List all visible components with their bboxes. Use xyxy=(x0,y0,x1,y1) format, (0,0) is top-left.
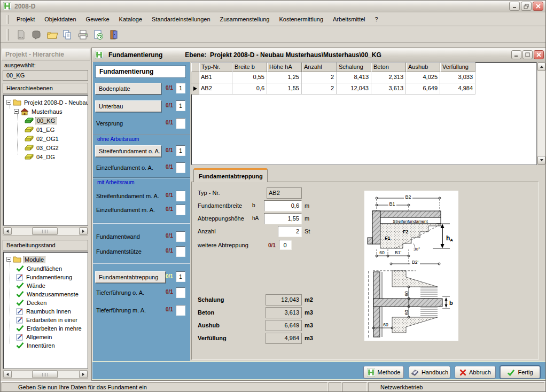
cell-typ-nr[interactable]: AB1 xyxy=(199,72,232,83)
module-item[interactable]: Innentüren xyxy=(16,341,56,350)
tree-item-level-00kg[interactable]: 00_KG xyxy=(25,116,57,125)
module-item[interactable]: Erdarbeiten in einer xyxy=(16,315,79,324)
column-header[interactable]: Breite b xyxy=(232,62,267,72)
tree-item-level-04dg[interactable]: 04_DG xyxy=(25,152,56,161)
restore-button[interactable] xyxy=(521,2,532,11)
cell-beton[interactable]: 2,313 xyxy=(371,72,406,83)
tree-item-building[interactable]: Musterhaus xyxy=(14,107,63,116)
cell-schalung[interactable]: 8,413 xyxy=(337,72,371,83)
sidebar-item-tieferfuehrung-oa[interactable]: Tieferführung o. A. xyxy=(96,287,144,298)
scrollbar-thumb[interactable] xyxy=(32,371,58,378)
hierarchy-horizontal-scrollbar[interactable] xyxy=(3,227,88,236)
tree-item-level-03og2[interactable]: 03_OG2 xyxy=(25,143,60,152)
sidebar-item-versprung[interactable]: Versprung xyxy=(96,118,123,129)
sidebar-item-einzelfundament-ma[interactable]: Einzelfundament m. A. xyxy=(96,205,155,215)
table-vertical-scrollbar[interactable] xyxy=(537,62,546,165)
column-header[interactable]: Aushub xyxy=(406,62,440,72)
anzahl-input[interactable]: 2 xyxy=(278,226,302,237)
progress-horizontal-scrollbar[interactable] xyxy=(3,370,88,379)
handbuch-button[interactable]: Handbuch xyxy=(409,366,450,379)
scroll-right-button[interactable] xyxy=(79,371,88,378)
module-item[interactable]: Grundflächen xyxy=(16,264,63,273)
cell-breite[interactable]: 0,6 xyxy=(232,83,267,95)
table-row[interactable]: AB1 0,55 1,25 2 8,413 2,313 4,025 3,033 xyxy=(191,72,536,83)
collapse-icon[interactable] xyxy=(14,109,19,114)
menu-zusammenstellung[interactable]: Zusammenstellung xyxy=(215,14,275,25)
module-item[interactable]: Erdarbeiten in mehre xyxy=(16,324,83,333)
cell-beton[interactable]: 3,613 xyxy=(371,83,406,95)
cell-anzahl[interactable]: 2 xyxy=(302,83,337,95)
menu-standardeinstellungen[interactable]: Standardeinstellungen xyxy=(147,14,215,25)
sidebar-item-fundamentstuetze[interactable]: Fundamentstütze xyxy=(96,246,142,257)
export-refresh-icon[interactable] xyxy=(92,28,105,41)
sidebar-button-fundamentabtreppung[interactable]: Fundamentabtreppung xyxy=(95,271,166,283)
module-item[interactable]: Wandzusammenste xyxy=(16,289,80,299)
minimize-button[interactable] xyxy=(509,2,520,11)
module-item[interactable]: Fundamentierung xyxy=(16,272,73,281)
count-field[interactable] xyxy=(176,305,185,316)
module-item[interactable]: Raumbuch Innen xyxy=(16,307,72,316)
module-minimize-button[interactable] xyxy=(511,50,521,59)
menu-gewerke[interactable]: Gewerke xyxy=(81,14,114,25)
column-header[interactable]: Beton xyxy=(371,62,406,72)
collapse-icon[interactable] xyxy=(6,100,11,105)
fertig-button[interactable]: Fertig xyxy=(500,366,540,379)
cell-hoehe[interactable]: 1,25 xyxy=(267,72,302,83)
table-row-selected[interactable]: AB2 0,6 1,55 2 12,043 3,613 6,649 4,984 xyxy=(191,83,536,95)
open-folder-icon[interactable] xyxy=(45,28,58,41)
cell-verfuellung[interactable]: 3,033 xyxy=(440,72,475,83)
scroll-left-button[interactable] xyxy=(3,371,12,378)
cell-schalung[interactable]: 12,043 xyxy=(337,83,371,95)
count-field[interactable]: 1 xyxy=(176,145,185,156)
scroll-up-button[interactable] xyxy=(537,62,545,71)
print-icon[interactable] xyxy=(76,28,89,41)
cell-aushub[interactable]: 6,649 xyxy=(406,83,440,95)
exit-door-icon[interactable] xyxy=(107,28,120,41)
cell-hoehe[interactable]: 1,55 xyxy=(267,83,302,95)
module-close-button[interactable] xyxy=(534,50,544,59)
count-field[interactable] xyxy=(176,191,185,201)
count-field[interactable] xyxy=(176,287,185,298)
weitere-abtreppung-input[interactable]: 0 xyxy=(279,240,292,250)
module-item[interactable]: Decken xyxy=(16,298,48,307)
sidebar-button-unterbau[interactable]: Unterbau xyxy=(95,100,161,112)
scrollbar-track[interactable] xyxy=(12,228,79,235)
fundamentbreite-input[interactable]: 0,6 xyxy=(264,200,302,211)
count-field[interactable] xyxy=(176,246,185,257)
menu-kataloge[interactable]: Kataloge xyxy=(114,14,147,25)
cell-verfuellung[interactable]: 4,984 xyxy=(440,83,475,95)
scroll-down-button[interactable] xyxy=(537,156,545,164)
column-header[interactable]: Anzahl xyxy=(302,62,337,72)
cell-breite[interactable]: 0,55 xyxy=(232,72,267,83)
tree-item-level-02og1[interactable]: 02_OG1 xyxy=(25,134,60,143)
scroll-right-button[interactable] xyxy=(79,228,88,235)
copy-icon[interactable] xyxy=(61,28,74,41)
count-field[interactable]: 1 xyxy=(176,83,185,93)
scrollbar-thumb[interactable] xyxy=(32,228,58,235)
sidebar-button-streifenfundament-oa[interactable]: Streifenfundament o. A. xyxy=(95,145,161,157)
column-header[interactable]: Schalung xyxy=(337,62,371,72)
sidebar-item-fundamentwand[interactable]: Fundamentwand xyxy=(96,231,140,242)
tree-item-level-01eg[interactable]: 01_EG xyxy=(25,125,56,134)
scrollbar-track[interactable] xyxy=(12,371,79,378)
notes-icon[interactable] xyxy=(30,28,43,41)
row-selector-cell[interactable] xyxy=(191,83,199,95)
count-field[interactable]: 1 xyxy=(176,271,185,282)
tree-item-module-root[interactable]: Module xyxy=(6,255,45,264)
module-item[interactable]: Wände xyxy=(16,281,46,290)
tree-item-project-root[interactable]: Projekt 2008-D - Neubau xyxy=(6,98,88,107)
collapse-icon[interactable] xyxy=(6,257,11,262)
cell-anzahl[interactable]: 2 xyxy=(302,72,337,83)
count-field[interactable] xyxy=(176,162,185,173)
sidebar-item-tieferfuehrung-ma[interactable]: Tieferführung m. A. xyxy=(96,305,146,316)
tab-fundamentabtreppung[interactable]: Fundamentabtreppung xyxy=(193,168,268,182)
cell-typ-nr[interactable]: AB2 xyxy=(199,83,232,95)
cell-aushub[interactable]: 4,025 xyxy=(406,72,440,83)
sidebar-item-einzelfundament-oa[interactable]: Einzelfundament o. A. xyxy=(96,162,153,173)
new-document-icon[interactable] xyxy=(14,28,27,41)
column-header[interactable]: Typ-Nr. xyxy=(199,62,232,72)
sidebar-item-streifenfundament-ma[interactable]: Streifenfundament m. A. xyxy=(96,191,159,201)
count-field[interactable] xyxy=(176,205,185,215)
menu-objektdaten[interactable]: Objektdaten xyxy=(40,14,81,25)
menu-projekt[interactable]: Projekt xyxy=(12,14,40,25)
